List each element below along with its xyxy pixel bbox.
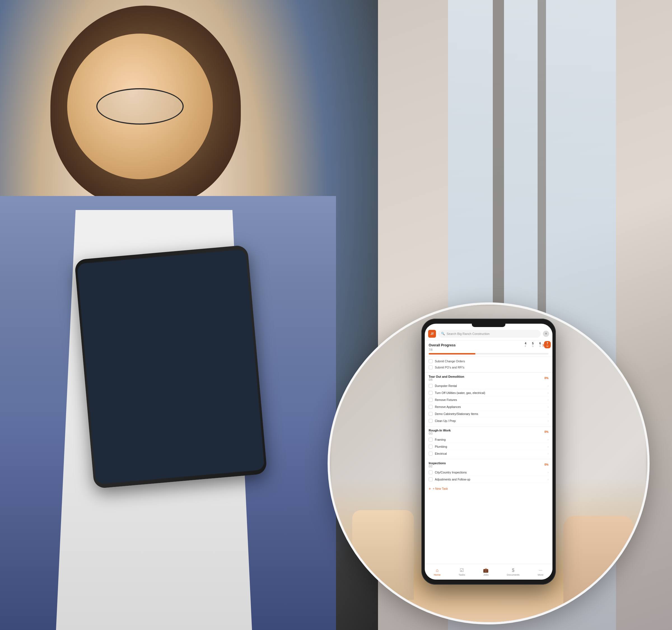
quick-action-2[interactable]: Submit PO's and RFI's (429, 364, 549, 370)
tear-out-task-list: Dumpster Rental › Turn Off Utilities (wa… (425, 383, 552, 426)
task-label-framing: Framing (435, 438, 546, 441)
progress-bar-fill (429, 353, 476, 355)
tasks-icon: ☑ (460, 567, 464, 573)
section-tear-out-pct: 0% (545, 377, 549, 380)
checkbox-city-inspections[interactable] (429, 470, 433, 474)
checkbox-appliances[interactable] (429, 405, 433, 409)
task-dumpster-rental[interactable]: Dumpster Rental › (429, 383, 549, 389)
task-label-adjustments: Adjustments and Follow-up (435, 478, 546, 481)
task-turn-off-utilities[interactable]: Turn Off Utilities (water, gas, electric… (429, 389, 549, 396)
task-label-plumbing: Plumbing (435, 445, 546, 448)
checkbox-adjustments[interactable] (429, 477, 433, 481)
checkbox-submit-pos[interactable] (429, 365, 433, 369)
nav-more-label: More (537, 574, 544, 576)
section-rough-in-pct: 0% (545, 430, 549, 433)
task-arrow-city-inspections: › (548, 471, 549, 474)
task-arrow-utilities: › (548, 391, 549, 394)
task-arrow-dumpster: › (548, 384, 549, 388)
search-placeholder-text: Search Big Ranch Construction (447, 332, 489, 335)
nav-tasks[interactable]: ☑ Tasks (459, 567, 465, 576)
task-framing[interactable]: Framing › (429, 436, 549, 443)
documents-icon: $ (512, 568, 514, 573)
section-inspections-num: 0/2 (429, 465, 446, 468)
search-icon: 🔍 (441, 332, 445, 335)
home-icon: ⌂ (436, 568, 438, 573)
phone-circle-container: JT 🔍 Search Big Ranch Construction ✕ 4 F (328, 302, 650, 624)
nav-documents-label: Documents (507, 574, 520, 576)
plus-icon: + (429, 486, 431, 491)
task-adjustments[interactable]: Adjustments and Follow-up › (429, 476, 549, 483)
nav-more[interactable]: ··· More (537, 568, 544, 576)
nav-jobs-label: Jobs (483, 574, 488, 576)
checkbox-cabinetry[interactable] (429, 412, 433, 416)
nav-documents[interactable]: $ Documents (507, 568, 520, 576)
progress-fraction: 7/8 (429, 348, 549, 352)
close-button[interactable]: ✕ (543, 331, 549, 337)
progress-bar-track (429, 353, 549, 355)
task-label-dumpster: Dumpster Rental (435, 384, 546, 388)
section-tear-out-title: Tear Out and Demolition (429, 375, 464, 378)
tablet-device (74, 245, 267, 489)
jobs-icon: 💼 (483, 567, 488, 573)
app-logo: JT (428, 330, 436, 338)
cal-day-6[interactable]: 6 S (537, 341, 544, 348)
nav-home-label: Home (434, 574, 440, 576)
section-rough-in-info: Rough-In Work 0/3 (429, 429, 451, 435)
task-arrow-fixtures: › (548, 398, 549, 402)
calendar-strip: 4 F 5 S 6 S 7 M (522, 341, 551, 348)
checkbox-electrical[interactable] (429, 452, 433, 456)
new-task-label: + New Task (433, 487, 448, 490)
checkbox-fixtures[interactable] (429, 398, 433, 402)
section-inspections-title: Inspections (429, 461, 446, 465)
checkbox-dumpster[interactable] (429, 384, 433, 388)
left-hand (352, 510, 414, 600)
task-cleanup-prep[interactable]: Clean Up / Prep › (429, 417, 549, 425)
task-city-inspections[interactable]: City/Country Inspections › (429, 469, 549, 476)
phone-screen: JT 🔍 Search Big Ranch Construction ✕ 4 F (425, 324, 552, 580)
app-header: JT 🔍 Search Big Ranch Construction ✕ (425, 327, 552, 340)
task-label-appliances: Remove Appliances (435, 405, 546, 409)
background: JT 🔍 Search Big Ranch Construction ✕ 4 F (0, 0, 672, 630)
section-rough-in-num: 0/3 (429, 432, 451, 435)
person-face (67, 33, 213, 179)
task-label-utilities: Turn Off Utilities (water, gas, electric… (435, 391, 546, 394)
section-tear-out-num: 0/8 (429, 378, 464, 381)
checkbox-submit-change-orders[interactable] (429, 359, 433, 363)
cal-day-5[interactable]: 5 S (529, 341, 536, 348)
task-arrow-adjustments: › (548, 478, 549, 481)
nav-home[interactable]: ⌂ Home (434, 568, 440, 576)
section-tear-out-info: Tear Out and Demolition 0/8 (429, 375, 464, 381)
section-inspections-info: Inspections 0/2 (429, 461, 446, 468)
task-label-cabinetry: Demo Cabinetry/Stationary Items (435, 412, 546, 415)
section-rough-in-header: Rough-In Work 0/3 0% (425, 426, 552, 436)
cal-day-4[interactable]: 4 F (522, 341, 529, 348)
task-electrical[interactable]: Electrical › (429, 450, 549, 457)
phone-notch (472, 324, 505, 327)
task-remove-appliances[interactable]: Remove Appliances › (429, 404, 549, 410)
task-label-fixtures: Remove Fixtures (435, 398, 546, 402)
task-remove-fixtures[interactable]: Remove Fixtures › (429, 396, 549, 404)
task-demo-cabinetry[interactable]: Demo Cabinetry/Stationary Items › (429, 410, 549, 417)
task-arrow-cleanup: › (548, 419, 549, 422)
task-label-electrical: Electrical (435, 452, 546, 455)
search-bar[interactable]: 🔍 Search Big Ranch Construction (438, 330, 541, 338)
checkbox-plumbing[interactable] (429, 445, 433, 449)
task-arrow-cabinetry: › (548, 412, 549, 415)
app-content[interactable]: Overall Progress 39% 7/8 Submit Change O… (425, 340, 552, 564)
section-inspections-pct: 0% (545, 463, 549, 466)
section-tear-out-header: Tear Out and Demolition 0/8 0% (425, 372, 552, 383)
phone-device: JT 🔍 Search Big Ranch Construction ✕ 4 F (422, 319, 556, 585)
quick-action-1[interactable]: Submit Change Orders (429, 358, 549, 364)
inspections-task-list: City/Country Inspections › Adjustments a… (425, 469, 552, 485)
nav-jobs[interactable]: 💼 Jobs (483, 567, 488, 576)
task-plumbing[interactable]: Plumbing › (429, 443, 549, 450)
checkbox-utilities[interactable] (429, 391, 433, 395)
checkbox-cleanup[interactable] (429, 419, 433, 423)
task-label-city-inspections: City/Country Inspections (435, 471, 546, 474)
new-task-row[interactable]: + + New Task (425, 485, 552, 492)
checkbox-framing[interactable] (429, 438, 433, 441)
app-logo-text: JT (431, 332, 434, 335)
section-rough-in-title: Rough-In Work (429, 429, 451, 432)
cal-day-7[interactable]: 7 M (544, 341, 551, 348)
task-label-cleanup: Clean Up / Prep (435, 419, 546, 422)
